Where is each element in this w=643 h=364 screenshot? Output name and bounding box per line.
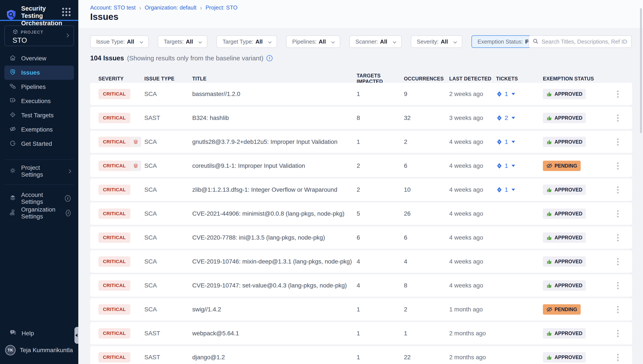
thumbs-up-icon: [546, 258, 552, 264]
last-detected: 4 weeks ago: [449, 138, 496, 145]
issue-title[interactable]: B324: hashlib: [192, 114, 357, 122]
sidebar-item-executions[interactable]: Executions: [0, 94, 78, 108]
breadcrumb: Account: STO test › Organization: defaul…: [90, 4, 238, 11]
row-menu-button[interactable]: [614, 233, 622, 242]
severity-badge: CRITICAL: [98, 137, 130, 147]
info-icon[interactable]: i: [266, 55, 273, 61]
breadcrumb-account-link[interactable]: Account: STO test: [90, 4, 136, 11]
table-row[interactable]: CRITICAL SCA CVE-2019-10747: set-value@0…: [90, 274, 632, 297]
filter-severity[interactable]: Severity:All: [411, 35, 462, 48]
jira-icon: [496, 91, 502, 97]
sidebar-collapse-handle[interactable]: [75, 327, 78, 344]
table-row[interactable]: CRITICAL SCA gnutls28@3.7.9-2+deb12u5: I…: [90, 131, 632, 153]
issue-title[interactable]: CVE-2021-44906: minimist@0.0.8 (lang-pkg…: [192, 210, 357, 217]
sidebar-item-account-settings[interactable]: Account Settings i: [0, 192, 78, 205]
sidebar-item-overview[interactable]: Overview: [0, 51, 78, 66]
sidebar-item-pipelines[interactable]: Pipelines: [0, 80, 78, 94]
row-menu-button[interactable]: [614, 161, 622, 171]
filter-targets[interactable]: Targets:All: [158, 35, 208, 48]
row-menu-button[interactable]: [614, 185, 622, 195]
table-row[interactable]: CRITICAL SCA coreutils@9.1-1: Improper I…: [90, 154, 632, 177]
filter-issue-type[interactable]: Issue Type:All: [90, 35, 149, 48]
search-input[interactable]: [542, 38, 627, 45]
occurrences: 10: [404, 186, 449, 193]
sidebar-item-label: Test Targets: [21, 112, 54, 119]
search-box: [528, 35, 632, 48]
exemption-status-badge: APPROVED: [543, 328, 586, 338]
info-icon[interactable]: i: [66, 210, 71, 216]
issue-type: SCA: [144, 162, 192, 169]
sidebar-item-get-started[interactable]: Get Started: [0, 137, 78, 151]
ticket-link[interactable]: 2: [496, 114, 543, 122]
dropdown-triangle-icon[interactable]: [512, 117, 515, 119]
issue-title[interactable]: swig//1.4.2: [192, 306, 357, 313]
exemption-status-badge: APPROVED: [543, 232, 586, 243]
issue-title[interactable]: zlib@1:1.2.13.dfsg-1: Integer Overflow o…: [192, 186, 357, 193]
table-row[interactable]: CRITICAL SCA bassmaster//1.2.0 1 9 2 wee…: [90, 83, 632, 105]
row-menu-button[interactable]: [614, 113, 622, 123]
filter-pipelines[interactable]: Pipelines:All: [286, 35, 340, 48]
sidebar-item-organization-settings[interactable]: Organization Settings i: [0, 206, 78, 220]
table-row[interactable]: CRITICAL SCA CVE-2021-44906: minimist@0.…: [90, 202, 632, 225]
table-row[interactable]: CRITICAL SCA zlib@1:1.2.13.dfsg-1: Integ…: [90, 178, 632, 201]
breadcrumb-org-link[interactable]: Organization: default: [145, 4, 197, 11]
ticket-link[interactable]: 1: [496, 138, 543, 145]
sidebar-item-project-settings[interactable]: Project Settings: [0, 164, 78, 178]
chevron-down-icon: [199, 40, 202, 43]
issue-type: SCA: [144, 282, 192, 289]
dropdown-triangle-icon[interactable]: [512, 141, 515, 143]
dropdown-triangle-icon[interactable]: [512, 165, 515, 167]
user-menu[interactable]: TK Teja Kummarikuntla: [0, 345, 78, 355]
project-selector[interactable]: PROJECT STO: [4, 26, 74, 46]
table-row[interactable]: CRITICAL SCA CVE-2019-10746: mixin-deep@…: [90, 250, 632, 273]
filter-scanner[interactable]: Scanner:All: [349, 35, 402, 48]
issue-type: SAST: [144, 114, 192, 122]
row-menu-button[interactable]: [614, 89, 622, 99]
row-menu-button[interactable]: [614, 209, 622, 219]
table-row[interactable]: CRITICAL SCA CVE-2020-7788: ini@1.3.5 (l…: [90, 226, 632, 249]
row-menu-button[interactable]: [614, 257, 622, 266]
breadcrumb-project-link[interactable]: Project: STO: [205, 4, 237, 11]
thumbs-up-icon: [546, 354, 552, 360]
row-menu-button[interactable]: [614, 137, 622, 147]
row-menu-button[interactable]: [614, 329, 622, 338]
occurrences: 6: [404, 234, 449, 241]
issue-title[interactable]: bassmaster//1.2.0: [192, 90, 357, 98]
row-menu-button[interactable]: [614, 281, 622, 290]
row-menu-button[interactable]: [614, 305, 622, 314]
last-detected: 4 weeks ago: [449, 282, 496, 289]
filter-target-type[interactable]: Target Type:All: [216, 35, 277, 48]
exemption-status-badge: APPROVED: [543, 256, 586, 267]
issue-title[interactable]: CVE-2019-10747: set-value@0.4.3 (lang-pk…: [192, 282, 357, 289]
issues-count-note: (Showing results only from the baseline …: [127, 54, 263, 62]
sidebar-item-test-targets[interactable]: Test Targets: [0, 108, 78, 122]
row-menu-button[interactable]: [614, 352, 622, 362]
issue-title[interactable]: django@1.2: [192, 354, 357, 361]
vertical-scrollbar[interactable]: [640, 8, 642, 133]
ticket-link[interactable]: 1: [496, 186, 543, 193]
module-grid-icon[interactable]: [62, 8, 71, 16]
dropdown-triangle-icon[interactable]: [512, 93, 515, 95]
exemption-status-badge: PENDING: [543, 161, 581, 171]
thumbs-up-icon: [546, 282, 552, 288]
app-title: Security Testing Orchestration: [21, 5, 64, 27]
brand: Security Testing Orchestration: [5, 5, 64, 27]
severity-badge: CRITICAL: [98, 113, 130, 123]
table-row[interactable]: CRITICAL SAST B324: hashlib 8 32 3 weeks…: [90, 107, 632, 129]
issue-title[interactable]: webpack@5.64.1: [192, 330, 357, 337]
ticket-link[interactable]: 1: [496, 90, 543, 98]
issue-title[interactable]: coreutils@9.1-1: Improper Input Validati…: [192, 162, 357, 169]
issue-title[interactable]: CVE-2020-7788: ini@1.3.5 (lang-pkgs, nod…: [192, 234, 357, 241]
sidebar-item-issues[interactable]: Issues: [4, 66, 74, 80]
issue-title[interactable]: CVE-2019-10746: mixin-deep@1.3.1 (lang-p…: [192, 258, 357, 265]
table-row[interactable]: CRITICAL SAST django@1.2 1 22 2 months a…: [90, 346, 632, 364]
dropdown-triangle-icon[interactable]: [512, 189, 515, 191]
sidebar-item-exemptions[interactable]: Exemptions: [0, 122, 78, 137]
ticket-link[interactable]: 1: [496, 162, 543, 169]
issue-title[interactable]: gnutls28@3.7.9-2+deb12u5: Improper Input…: [192, 138, 357, 145]
help-button[interactable]: ? Help: [0, 327, 78, 340]
info-icon[interactable]: i: [65, 195, 71, 202]
table-row[interactable]: CRITICAL SCA swig//1.4.2 1 2 1 month ago…: [90, 298, 632, 321]
table-row[interactable]: CRITICAL SAST webpack@5.64.1 1 1 2 month…: [90, 322, 632, 344]
shield-search-icon: [10, 69, 16, 77]
